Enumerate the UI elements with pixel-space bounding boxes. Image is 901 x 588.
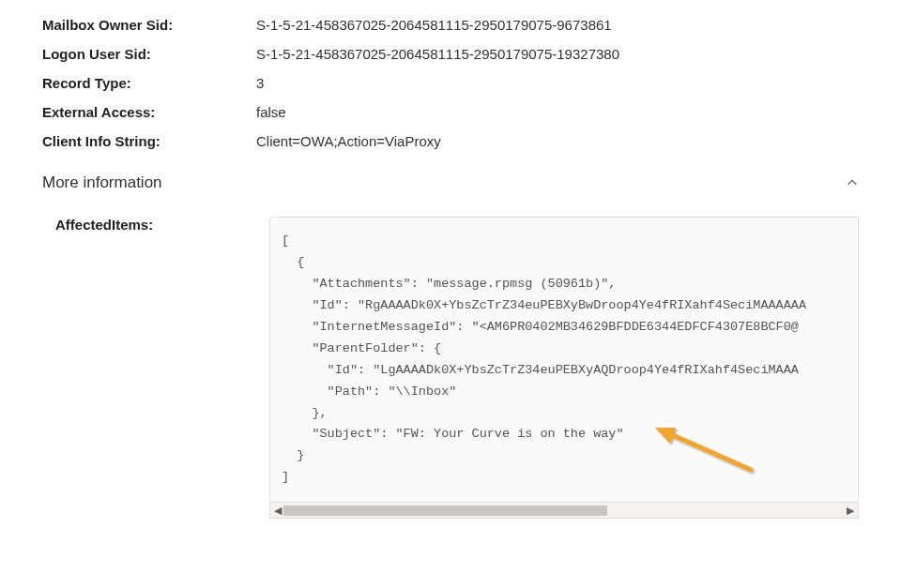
code-container: [ { "Attachments": "message.rpmsg (50961…: [269, 217, 859, 519]
field-label: Mailbox Owner Sid:: [42, 17, 256, 33]
field-mailbox-owner-sid: Mailbox Owner Sid: S-1-5-21-458367025-20…: [42, 17, 859, 33]
scroll-right-icon[interactable]: ▶: [847, 505, 854, 516]
field-logon-user-sid: Logon User Sid: S-1-5-21-458367025-20645…: [42, 46, 859, 62]
horizontal-scrollbar[interactable]: ◀ ▶: [269, 503, 859, 519]
details-fields: Mailbox Owner Sid: S-1-5-21-458367025-20…: [42, 17, 859, 149]
field-client-info-string: Client Info String: Client=OWA;Action=Vi…: [42, 133, 859, 149]
field-label: Record Type:: [42, 75, 256, 91]
affected-items-label: AffectedItems:: [42, 217, 269, 233]
affected-items-row: AffectedItems: [ { "Attachments": "messa…: [42, 217, 859, 519]
field-value: S-1-5-21-458367025-2064581115-2950179075…: [256, 46, 619, 62]
field-label: External Access:: [42, 104, 256, 120]
field-record-type: Record Type: 3: [42, 75, 859, 91]
field-value: S-1-5-21-458367025-2064581115-2950179075…: [256, 17, 612, 33]
chevron-up-icon: [846, 176, 859, 189]
section-title: More information: [42, 173, 162, 192]
field-value: Client=OWA;Action=ViaProxy: [256, 133, 441, 149]
field-value: 3: [256, 75, 264, 91]
field-label: Logon User Sid:: [42, 46, 256, 62]
affected-items-code: [ { "Attachments": "message.rpmsg (50961…: [269, 217, 859, 503]
more-information-toggle[interactable]: More information: [42, 173, 859, 192]
field-value: false: [256, 104, 286, 120]
field-external-access: External Access: false: [42, 104, 859, 120]
scroll-left-icon[interactable]: ◀: [274, 505, 282, 516]
scrollbar-thumb[interactable]: [283, 505, 607, 516]
field-label: Client Info String:: [42, 133, 256, 149]
